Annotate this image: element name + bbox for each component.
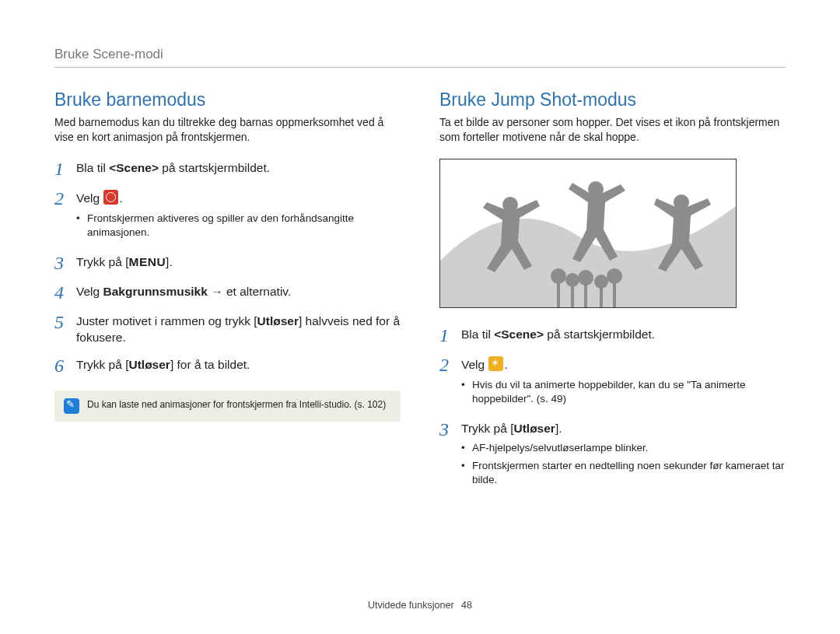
svg-point-9 (578, 270, 593, 285)
step-number: 3 (439, 419, 461, 440)
manual-page: Bruke Scene-modi Bruke barnemodus Med ba… (0, 0, 840, 499)
sub-bullets: Frontskjermen aktiveres og spiller av de… (76, 212, 401, 240)
text: ]. (166, 255, 173, 268)
step-text: Velg . Hvis du vil ta animerte hoppebild… (461, 355, 786, 409)
divider (54, 67, 786, 68)
shutter-label: Utløser (128, 358, 170, 371)
step-2: 2 Velg . Hvis du vil ta animerte hoppebi… (439, 355, 786, 409)
section-lead-left: Med barnemodus kan du tiltrekke deg barn… (54, 115, 401, 145)
text: Trykk på [ (76, 255, 128, 268)
step-3: 3 Trykk på [Utløser]. AF-hjelpelys/selvu… (439, 419, 786, 491)
text: . (504, 358, 507, 371)
step-number: 2 (54, 188, 76, 208)
left-column: Bruke barnemodus Med barnemodus kan du t… (54, 89, 401, 499)
text: Bla til (461, 328, 494, 341)
text: på startskjermbildet. (159, 161, 270, 174)
note-text: Du kan laste ned animasjoner for frontsk… (87, 398, 386, 411)
shutter-label: Utløser (257, 314, 299, 328)
svg-point-7 (565, 273, 579, 287)
bullet: Frontskjermen starter en nedtelling noen… (461, 459, 786, 487)
step-text: Velg . Frontskjermen aktiveres og spille… (76, 188, 401, 243)
section-title-left: Bruke barnemodus (54, 89, 401, 110)
svg-rect-8 (584, 282, 587, 307)
step-number: 3 (54, 253, 76, 273)
step-number: 4 (54, 282, 76, 303)
page-footer: Utvidede funksjoner 48 (0, 600, 840, 611)
text: Juster motivet i rammen og trykk [ (76, 314, 257, 328)
text: på startskjermbildet. (544, 328, 655, 341)
text: Velg (76, 285, 103, 298)
step-text: Bla til <Scene> på startskjermbildet. (76, 159, 270, 177)
step-text: Trykk på [Utløser] for å ta bildet. (76, 356, 250, 373)
text: Trykk på [ (461, 422, 513, 435)
svg-point-11 (594, 275, 608, 289)
bullet: Frontskjermen aktiveres og spiller av de… (76, 212, 401, 240)
step-number: 2 (439, 355, 461, 375)
steps-list-left: 1 Bla til <Scene> på startskjermbildet. … (54, 159, 401, 377)
breadcrumb: Bruke Scene-modi (54, 47, 786, 62)
svg-rect-4 (557, 280, 560, 307)
children-mode-icon (103, 190, 118, 205)
step-4: 4 Velg Bakgrunnsmusikk → et alternativ. (54, 282, 401, 303)
step-3: 3 Trykk på [MENU]. (54, 253, 401, 273)
note-icon (64, 398, 79, 414)
step-text: Velg Bakgrunnsmusikk → et alternativ. (76, 282, 291, 300)
section-title-right: Bruke Jump Shot-modus (439, 89, 786, 110)
step-text: Bla til <Scene> på startskjermbildet. (461, 325, 655, 343)
step-2: 2 Velg . Frontskjermen aktiveres og spil… (54, 188, 401, 243)
page-number: 48 (461, 600, 472, 611)
bullet: AF-hjelpelys/selvutløserlampe blinker. (461, 441, 786, 455)
jump-shot-icon (488, 356, 503, 371)
scene-label: <Scene> (494, 328, 544, 341)
text: Velg (461, 358, 488, 371)
shutter-label: Utløser (513, 422, 555, 435)
step-number: 1 (439, 325, 461, 345)
text: Trykk på [ (76, 358, 128, 371)
svg-rect-10 (600, 285, 603, 307)
step-number: 1 (54, 159, 76, 179)
svg-point-5 (551, 268, 566, 284)
svg-rect-12 (613, 281, 616, 307)
text: . (119, 191, 122, 205)
bold-label: Bakgrunnsmusikk (103, 285, 207, 298)
footer-text: Utvidede funksjoner (368, 600, 453, 611)
text: → et alternativ. (208, 285, 291, 298)
text: ] for å ta bildet. (170, 358, 250, 371)
step-number: 6 (54, 356, 76, 376)
step-text: Trykk på [Utløser]. AF-hjelpelys/selvutl… (461, 419, 786, 491)
bullet: Hvis du vil ta animerte hoppebilder, kan… (461, 378, 786, 406)
step-6: 6 Trykk på [Utløser] for å ta bildet. (54, 356, 401, 376)
step-1: 1 Bla til <Scene> på startskjermbildet. (54, 159, 401, 179)
note-box: Du kan laste ned animasjoner for frontsk… (54, 391, 401, 422)
text: Velg (76, 191, 103, 205)
step-text: Trykk på [MENU]. (76, 253, 173, 271)
text: ]. (555, 422, 562, 435)
step-5: 5 Juster motivet i rammen og trykk [Utlø… (54, 312, 401, 346)
section-lead-right: Ta et bilde av personer som hopper. Det … (439, 115, 786, 145)
svg-point-13 (607, 268, 622, 284)
text: Bla til (76, 161, 109, 174)
sub-bullets: AF-hjelpelys/selvutløserlampe blinker. F… (461, 441, 786, 487)
step-number: 5 (54, 312, 76, 332)
scene-label: <Scene> (109, 161, 159, 174)
menu-button-label: MENU (128, 255, 166, 268)
content-columns: Bruke barnemodus Med barnemodus kan du t… (54, 89, 786, 499)
step-text: Juster motivet i rammen og trykk [Utløse… (76, 312, 401, 346)
svg-rect-6 (571, 284, 574, 307)
step-1: 1 Bla til <Scene> på startskjermbildet. (439, 325, 786, 345)
sub-bullets: Hvis du vil ta animerte hoppebilder, kan… (461, 378, 786, 406)
steps-list-right: 1 Bla til <Scene> på startskjermbildet. … (439, 325, 786, 490)
jump-shot-illustration (439, 159, 737, 308)
right-column: Bruke Jump Shot-modus Ta et bilde av per… (439, 89, 786, 499)
